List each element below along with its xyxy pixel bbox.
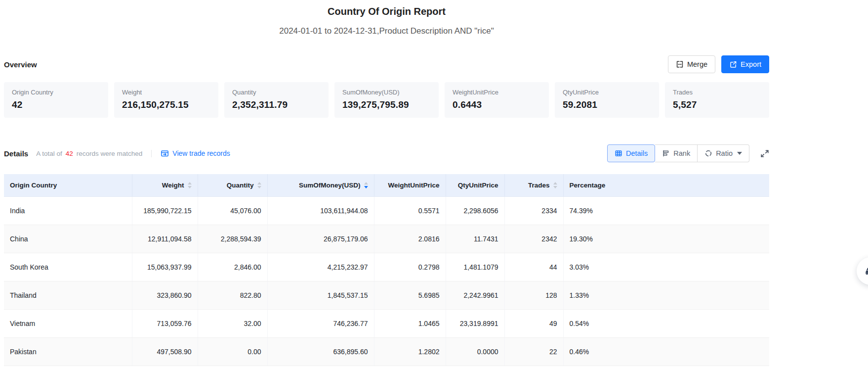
cell-percentage: 19.30% — [563, 225, 769, 253]
col-header-weight[interactable]: Weight — [132, 174, 198, 196]
details-view-controls: Details Rank — [607, 144, 769, 162]
cell-quantity: 822.80 — [198, 281, 267, 309]
sort-icon[interactable] — [553, 182, 557, 188]
card-label: Quantity — [232, 89, 321, 96]
trade-records-icon — [161, 149, 169, 158]
sort-icon[interactable] — [188, 182, 192, 188]
cell-percentage: 74.39% — [563, 196, 769, 225]
table-body: India 185,990,722.15 45,076.00 103,611,9… — [4, 196, 769, 366]
view-trade-records-link[interactable]: View trade records — [161, 149, 230, 158]
details-table: Origin Country Weight Quantity SumOfMone… — [4, 174, 769, 366]
cell-weight: 713,059.76 — [132, 309, 198, 337]
cell-qty-unit-price: 11.7431 — [446, 225, 504, 253]
card-sum-of-money: SumOfMoney(USD) 139,275,795.89 — [334, 82, 439, 118]
rank-icon — [662, 149, 670, 157]
card-label: QtyUnitPrice — [563, 89, 651, 96]
table-row[interactable]: China 12,911,094.58 2,288,594.39 26,875,… — [4, 225, 769, 253]
card-value: 5,527 — [673, 99, 761, 110]
matched-count: 42 — [66, 150, 73, 157]
card-label: Origin Country — [12, 89, 100, 96]
card-label: Weight — [122, 89, 210, 96]
cell-quantity: 2,846.00 — [198, 253, 267, 281]
cell-sum-of-money: 103,611,944.08 — [267, 196, 374, 225]
details-summary: Details A total of42records were matched… — [4, 149, 230, 158]
card-weight: Weight 216,150,275.15 — [114, 82, 218, 118]
tab-ratio[interactable]: Ratio — [698, 144, 749, 162]
col-header-qty-unit-price: QtyUnitPrice — [446, 174, 504, 196]
cell-quantity: 0.00 — [198, 337, 267, 366]
card-value: 2,352,311.79 — [232, 99, 321, 110]
card-value: 59.2081 — [563, 99, 651, 110]
cell-origin-country: Thailand — [4, 281, 132, 309]
card-trades: Trades 5,527 — [665, 82, 769, 118]
view-trade-records-label: View trade records — [172, 149, 230, 157]
table-row[interactable]: Vietnam 713,059.76 32.00 746,236.77 1.04… — [4, 309, 769, 337]
cell-trades: 22 — [504, 337, 563, 366]
cell-sum-of-money: 1,845,537.15 — [267, 281, 374, 309]
cell-qty-unit-price: 2,242.9961 — [446, 281, 504, 309]
cell-weight-unit-price: 5.6985 — [374, 281, 446, 309]
col-header-quantity[interactable]: Quantity — [198, 174, 267, 196]
cell-trades: 128 — [504, 281, 563, 309]
overview-actions: Merge Export — [668, 55, 769, 73]
cell-qty-unit-price: 0.0000 — [446, 337, 504, 366]
table-row[interactable]: Pakistan 497,508.90 0.00 636,895.60 1.28… — [4, 337, 769, 366]
vertical-divider — [151, 150, 152, 157]
overview-toolbar: Overview Merge Export — [4, 55, 769, 73]
cell-origin-country: Vietnam — [4, 309, 132, 337]
sort-icon[interactable] — [257, 182, 261, 188]
card-value: 0.6443 — [453, 99, 541, 110]
tab-rank[interactable]: Rank — [655, 144, 698, 162]
card-label: Trades — [673, 89, 761, 96]
export-button[interactable]: Export — [721, 55, 769, 73]
sort-desc-active-icon[interactable] — [364, 182, 368, 188]
cell-weight-unit-price: 1.2802 — [374, 337, 446, 366]
cell-quantity: 32.00 — [198, 309, 267, 337]
cell-trades: 2334 — [504, 196, 563, 225]
cell-qty-unit-price: 2,298.6056 — [446, 196, 504, 225]
cell-trades: 2342 — [504, 225, 563, 253]
support-floating-button[interactable] — [857, 257, 868, 285]
cell-weight: 323,860.90 — [132, 281, 198, 309]
cell-weight: 15,063,937.99 — [132, 253, 198, 281]
ratio-icon — [704, 149, 712, 157]
table-row[interactable]: Thailand 323,860.90 822.80 1,845,537.15 … — [4, 281, 769, 309]
chevron-down-icon — [737, 152, 742, 155]
country-of-origin-report-page: { "page": { "title": "Country Of Origin … — [0, 0, 868, 371]
export-icon — [729, 60, 737, 68]
main-content: Country Of Origin Report 2024-01-01 to 2… — [4, 0, 769, 366]
overview-cards: Origin Country 42 Weight 216,150,275.15 … — [4, 82, 769, 118]
col-header-trades[interactable]: Trades — [504, 174, 563, 196]
card-qty-unit-price: QtyUnitPrice 59.2081 — [555, 82, 659, 118]
cell-weight: 497,508.90 — [132, 337, 198, 366]
table-row[interactable]: India 185,990,722.15 45,076.00 103,611,9… — [4, 196, 769, 225]
cell-quantity: 45,076.00 — [198, 196, 267, 225]
page-subtitle: 2024-01-01 to 2024-12-31,Product Descrip… — [4, 26, 769, 37]
tab-rank-label: Rank — [673, 149, 690, 157]
cell-weight: 12,911,094.58 — [132, 225, 198, 253]
export-button-label: Export — [741, 60, 761, 68]
table-header: Origin Country Weight Quantity SumOfMone… — [4, 174, 769, 196]
cell-weight-unit-price: 0.2798 — [374, 253, 446, 281]
tab-details[interactable]: Details — [607, 144, 655, 162]
cell-quantity: 2,288,594.39 — [198, 225, 267, 253]
cell-weight-unit-price: 1.0465 — [374, 309, 446, 337]
cell-sum-of-money: 746,236.77 — [267, 309, 374, 337]
cell-percentage: 0.54% — [563, 309, 769, 337]
cell-origin-country: India — [4, 196, 132, 225]
details-table-icon — [615, 149, 622, 157]
cell-trades: 44 — [504, 253, 563, 281]
merge-icon — [676, 60, 684, 68]
cell-percentage: 0.46% — [563, 337, 769, 366]
fullscreen-button[interactable] — [760, 149, 769, 158]
cell-weight-unit-price: 2.0816 — [374, 225, 446, 253]
view-switcher: Details Rank — [607, 144, 749, 162]
tab-ratio-label: Ratio — [716, 149, 733, 157]
col-header-weight-unit-price: WeightUnitPrice — [374, 174, 446, 196]
table-row[interactable]: South Korea 15,063,937.99 2,846.00 4,215… — [4, 253, 769, 281]
overview-heading: Overview — [4, 60, 37, 69]
merge-button[interactable]: Merge — [668, 55, 715, 73]
cell-origin-country: Pakistan — [4, 337, 132, 366]
col-header-sum-of-money[interactable]: SumOfMoney(USD) — [267, 174, 374, 196]
details-heading: Details — [4, 149, 28, 158]
